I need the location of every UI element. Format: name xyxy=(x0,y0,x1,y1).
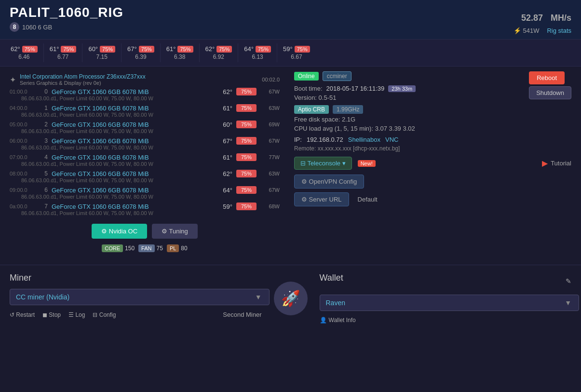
wallet-info-button[interactable]: 👤 Wallet Info xyxy=(320,317,356,324)
gpu-power-2: 69W xyxy=(260,122,280,127)
hashrate-display: 52.87 MH/s xyxy=(513,5,571,25)
header-stats: ⚡ 541W Rig stats xyxy=(513,27,571,34)
wallet-select-container: Raven ▼ xyxy=(320,295,572,311)
gpu-card-temp-4: 61° xyxy=(166,45,176,53)
miner-actions: ↺ Restart ◼ Stop ☰ Log ⊟ Config Second M… xyxy=(10,311,262,318)
left-panel: ✦ Intel Corporation Atom Processor Z36xx… xyxy=(10,71,289,252)
gpu-list: 01:00.0 0 GeForce GTX 1060 6GB 6078 MiB … xyxy=(10,88,280,216)
core-value: 150 xyxy=(125,245,135,252)
config-button[interactable]: ⊟ Config xyxy=(93,311,116,318)
gpu-pct-5: 75% xyxy=(236,170,257,177)
gpu-card-temp-5: 62° xyxy=(205,45,215,53)
cpu-row: ✦ Intel Corporation Atom Processor Z36xx… xyxy=(10,71,280,88)
gpu-list-item: 04:00.0 1 GeForce GTX 1060 6GB 6078 MiB … xyxy=(10,104,280,118)
gpu-name-3: GeForce GTX 1060 6GB 6078 MiB xyxy=(52,137,211,145)
wallet-edit-icon[interactable]: ✎ xyxy=(566,277,571,285)
gpu-detail-4: 86.06.63.00.d1, Power Limit 60.00 W, 75.… xyxy=(21,161,280,167)
disk-info: Free disk space: 2.1G xyxy=(294,116,571,123)
gpu-power-1: 63W xyxy=(260,105,280,111)
gpu-card-temp-row-7: 59° 75% xyxy=(283,45,310,53)
rig-model: 1060 6 GB xyxy=(22,24,52,31)
gpu-time-3: 06:00.0 xyxy=(10,138,36,144)
gpu-list-item: 07:00.0 4 GeForce GTX 1060 6GB 6078 MiB … xyxy=(10,153,280,167)
gpu-list-item: 09:00.0 6 GeForce GTX 1060 6GB 6078 MiB … xyxy=(10,186,280,200)
gpu-power-3: 67W xyxy=(260,138,280,144)
gpu-temp-0: 62° xyxy=(215,88,232,95)
gpu-card-hash-2: 7.15 xyxy=(96,54,108,60)
gpu-row-2: 05:00.0 2 GeForce GTX 1060 6GB 6078 MiB … xyxy=(10,121,280,128)
gpu-row-3: 06:00.0 3 GeForce GTX 1060 6GB 6078 MiB … xyxy=(10,137,280,145)
gpu-card-hash-5: 6.92 xyxy=(213,54,224,60)
server-url-button[interactable]: ⚙ Server URL xyxy=(294,192,349,206)
gpu-time-6: 09:00.0 xyxy=(10,187,36,193)
gpu-time-0: 01:00.0 xyxy=(10,89,36,95)
log-button[interactable]: ☰ Log xyxy=(68,311,85,318)
gpu-temp-3: 67° xyxy=(215,137,232,145)
gpu-pct-7: 75% xyxy=(236,203,257,210)
openvpn-config-button[interactable]: ⚙ OpenVPN Config xyxy=(294,175,364,189)
gpu-card-hash-4: 6.38 xyxy=(174,54,185,60)
gpu-power-4: 77W xyxy=(260,154,280,160)
shellinabox-link[interactable]: Shellinabox xyxy=(348,136,380,143)
wallet-select[interactable]: Raven xyxy=(320,295,580,311)
online-badge: Online xyxy=(294,72,319,81)
teleconsole-button[interactable]: ⊟ Teleconsole ▾ xyxy=(294,157,352,170)
new-badge: New! xyxy=(358,160,376,167)
server-default-label: Default xyxy=(358,196,378,203)
gpu-row-1: 04:00.0 1 GeForce GTX 1060 6GB 6078 MiB … xyxy=(10,104,280,112)
gpu-detail-0: 86.06.63.00.d1, Power Limit 60.00 W, 75.… xyxy=(21,95,280,101)
gpu-power-7: 68W xyxy=(260,203,280,209)
restart-button[interactable]: ↺ Restart xyxy=(10,311,35,318)
rig-stats-link[interactable]: Rig stats xyxy=(547,27,571,34)
tuning-button[interactable]: ⚙ Tuning xyxy=(152,224,198,239)
gpu-card-temp-row-0: 62° 75% xyxy=(11,45,38,53)
miner-title: Miner xyxy=(10,273,262,283)
gpu-detail-3: 86.06.63.00.d1, Power Limit 60.00 W, 75.… xyxy=(21,145,280,150)
rocket-icon: 🚀 xyxy=(274,282,308,315)
gpu-name-0: GeForce GTX 1060 6GB 6078 MiB xyxy=(52,88,211,95)
wallet-info-icon: 👤 xyxy=(320,317,327,324)
gpu-card-temp-row-3: 67° 75% xyxy=(127,45,154,53)
gpu-name-5: GeForce GTX 1060 6GB 6078 MiB xyxy=(52,170,211,177)
tutorial-link[interactable]: ▶ Tutorial xyxy=(542,159,571,168)
shutdown-button[interactable]: Shutdown xyxy=(529,86,571,99)
wallet-section: Wallet ✎ Raven ▼ 👤 Wallet Info xyxy=(320,273,572,324)
gpu-temp-2: 60° xyxy=(215,121,232,128)
gpu-count-badge: 8 xyxy=(10,22,19,32)
gpu-row-7: 0a:00.0 7 GeForce GTX 1060 6GB 6078 MiB … xyxy=(10,203,280,210)
gpu-name-6: GeForce GTX 1060 6GB 6078 MiB xyxy=(52,187,211,194)
ip-label: IP: xyxy=(294,136,302,143)
gpu-index-7: 7 xyxy=(40,203,48,210)
gpu-card-6: 64° 75% 6.13 xyxy=(238,43,277,62)
cpu-icon: ✦ xyxy=(10,75,16,84)
gpu-name-2: GeForce GTX 1060 6GB 6078 MiB xyxy=(52,121,211,128)
gpu-card-temp-7: 59° xyxy=(283,45,293,53)
second-miner-label[interactable]: Second Miner xyxy=(223,311,261,318)
gpu-card-5: 62° 75% 6.92 xyxy=(200,43,239,62)
header-left: PALIT_1060_RIG 8 1060 6 GB xyxy=(10,5,123,32)
vnc-link[interactable]: VNC xyxy=(385,136,398,143)
gpu-card-temp-row-5: 62° 75% xyxy=(205,45,232,53)
cpu-load: CPU load avg (1, 5, 15 min): 3.07 3.39 3… xyxy=(294,125,571,132)
nvidia-oc-button[interactable]: ⚙ Nvidia OC xyxy=(92,224,147,239)
reboot-button[interactable]: Reboot xyxy=(529,71,565,84)
cpu-name: Intel Corporation Atom Processor Z36xxx/… xyxy=(20,73,146,80)
miner-select[interactable]: CC miner (Nvidia) xyxy=(10,289,270,305)
hashrate-value: 52.87 MH/s xyxy=(521,5,571,25)
miner-select-container: CC miner (Nvidia) ▼ xyxy=(10,289,262,305)
gpu-card-hash-7: 6.67 xyxy=(291,54,302,60)
gpu-detail-5: 86.06.63.00.d1, Power Limit 60.00 W, 75.… xyxy=(21,177,280,183)
gpu-power-0: 67W xyxy=(260,89,280,95)
stop-button[interactable]: ◼ Stop xyxy=(42,311,61,318)
gpu-name-7: GeForce GTX 1060 6GB 6078 MiB xyxy=(52,203,211,210)
gpu-index-6: 6 xyxy=(40,187,48,193)
gpu-card-1: 61° 75% 6.77 xyxy=(44,43,83,62)
gpu-list-item: 0a:00.0 7 GeForce GTX 1060 6GB 6078 MiB … xyxy=(10,203,280,216)
gpu-list-item: 01:00.0 0 GeForce GTX 1060 6GB 6078 MiB … xyxy=(10,88,280,101)
gpu-detail-1: 86.06.63.00.d1, Power Limit 60.00 W, 75.… xyxy=(21,112,280,118)
status-row: Online ccminer xyxy=(294,71,416,81)
main-content: ✦ Intel Corporation Atom Processor Z36xx… xyxy=(0,67,581,257)
core-oc-badge: CORE 150 xyxy=(102,244,135,252)
gpu-card-temp-row-2: 60° 75% xyxy=(88,45,115,53)
gpu-temp-7: 59° xyxy=(215,203,232,210)
